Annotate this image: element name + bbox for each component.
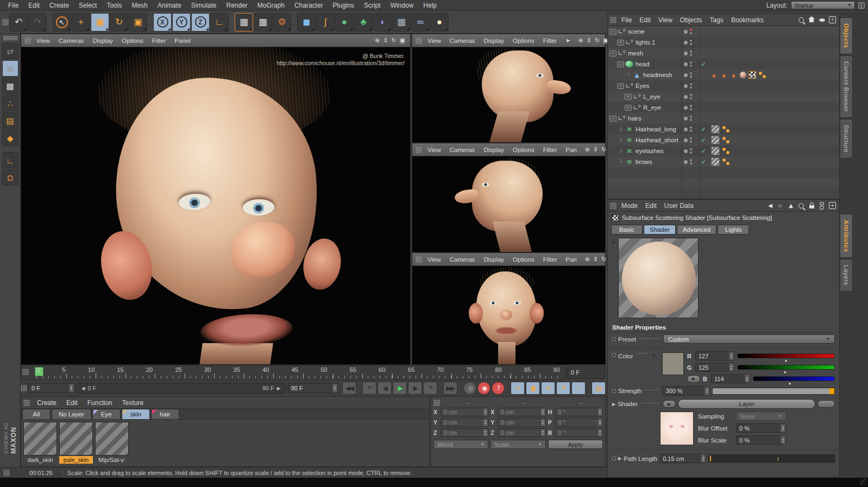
spinner[interactable] <box>540 408 545 416</box>
add-panel-icon[interactable] <box>829 16 836 24</box>
viewport-menu-item[interactable]: Pan <box>561 146 581 154</box>
material-layer-tab[interactable]: All <box>22 409 51 419</box>
color-swatch[interactable] <box>662 352 684 375</box>
shader-more-button[interactable]: ... <box>817 400 835 408</box>
add-camera-button[interactable]: ∞ <box>411 13 430 31</box>
tree-row[interactable]: Hairhead_long <box>608 124 839 135</box>
play-button[interactable]: ▶ <box>393 382 407 395</box>
apply-button[interactable]: Apply <box>548 440 603 449</box>
shader-preview[interactable] <box>618 238 699 318</box>
spinner[interactable] <box>728 363 734 371</box>
object-manager-grip[interactable] <box>610 17 617 23</box>
phong-tag-icon[interactable] <box>711 72 738 78</box>
material-preview-sphere[interactable] <box>95 422 129 456</box>
eye-icon[interactable] <box>819 16 825 24</box>
tree-row[interactable]: scene <box>608 26 839 37</box>
viewport-canvas-side-1[interactable] <box>412 47 605 142</box>
search-icon[interactable] <box>798 202 804 210</box>
object-manager-menu-item[interactable]: Bookmarks <box>727 15 768 25</box>
menubar-item[interactable]: Character <box>290 1 328 10</box>
tree-row[interactable]: Hairhead_short <box>608 135 839 146</box>
position-y-field[interactable]: 0 cm <box>441 418 488 427</box>
tree-row[interactable]: lights.1 <box>608 37 839 48</box>
spinner[interactable] <box>482 408 488 416</box>
end-frame-field[interactable]: 90 F <box>288 383 338 393</box>
layer-dot-icon[interactable] <box>684 62 688 66</box>
key-pla-button[interactable]: ∷ <box>571 382 586 395</box>
panel-tab[interactable]: Layers <box>840 259 853 292</box>
menubar-item[interactable]: Plugins <box>328 1 359 10</box>
material-menu-item[interactable]: Edit <box>61 398 83 408</box>
g-value-field[interactable]: 125 <box>695 363 734 372</box>
layer-dot-icon[interactable] <box>684 95 688 99</box>
chevron-down-icon[interactable]: ▼ <box>651 353 656 358</box>
selection-tag-icon[interactable] <box>758 71 768 79</box>
layer-dot-icon[interactable] <box>684 149 688 153</box>
object-manager-menu-item[interactable]: Tags <box>706 15 727 25</box>
material-preview-sphere[interactable] <box>59 422 93 456</box>
hair-material-tag-icon[interactable] <box>711 136 720 144</box>
layer-dot-icon[interactable] <box>684 52 688 55</box>
tree-row[interactable]: L_eye <box>608 91 839 102</box>
viewport-grip[interactable] <box>416 147 422 153</box>
material-menu-item[interactable]: Function <box>83 398 117 408</box>
blur-offset-field[interactable]: 0 % <box>736 423 786 433</box>
viewport-menu-item[interactable]: Panel <box>170 36 194 45</box>
material-name[interactable]: dark_skin <box>23 456 57 464</box>
material-layer-tab[interactable]: Eye <box>92 409 121 419</box>
spinner[interactable] <box>482 429 488 437</box>
current-frame-display[interactable]: 0 F <box>567 366 605 379</box>
tree-expander-icon[interactable] <box>617 61 624 67</box>
next-key-button[interactable]: ↷ <box>423 382 437 395</box>
rotate-view-icon[interactable]: ↻ <box>389 37 398 44</box>
coordinate-system-dropdown[interactable]: World▼ <box>433 440 488 449</box>
menubar-item[interactable]: File <box>3 1 23 10</box>
material-layer-tab[interactable]: No Layer <box>52 409 91 419</box>
render-settings-button[interactable]: ⚙ <box>273 13 291 31</box>
layer-dot-icon[interactable] <box>684 117 688 121</box>
lock-z-button[interactable]: Z <box>191 13 210 31</box>
spinner[interactable] <box>780 424 785 432</box>
slider-marker-icon[interactable]: ▲ <box>788 381 792 385</box>
material-item[interactable]: dark_skin <box>23 422 57 464</box>
attribute-tab[interactable]: Shader <box>644 225 676 235</box>
tree-row[interactable]: mesh <box>608 48 839 59</box>
visibility-dots-icon[interactable] <box>690 148 692 154</box>
viewport-menu-item[interactable]: Display <box>479 36 508 45</box>
tree-row[interactable]: Eyes <box>608 80 839 91</box>
viewport-menu-item[interactable]: Filter <box>539 36 562 45</box>
menubar-item[interactable]: Create <box>45 1 74 10</box>
tree-row[interactable]: hairs <box>608 113 839 124</box>
material-grip[interactable] <box>23 400 30 406</box>
position-z-field[interactable]: 0 cm <box>441 428 488 437</box>
b-slider[interactable]: ▲ <box>753 376 835 381</box>
spinner[interactable] <box>540 419 545 426</box>
key-scale-button[interactable]: ▣ <box>526 382 540 395</box>
strength-slider[interactable] <box>712 388 835 395</box>
lock-icon[interactable] <box>808 202 815 210</box>
viewport-canvas-side-3[interactable] <box>412 266 605 364</box>
spinner[interactable] <box>482 419 488 426</box>
toolbar-grip[interactable] <box>2 19 9 26</box>
history-icon[interactable] <box>819 202 825 210</box>
layout-dropdown[interactable]: Startup ▼ <box>791 1 855 9</box>
layer-dot-icon[interactable] <box>684 84 688 88</box>
object-manager-menu-item[interactable]: Edit <box>636 15 655 25</box>
menubar-item[interactable]: Select <box>74 1 102 10</box>
tree-row[interactable]: R_eye <box>608 102 839 113</box>
object-name[interactable]: Eyes <box>636 83 650 89</box>
goto-start-button[interactable]: ◀◀ <box>342 382 356 395</box>
hair-material-tag-icon[interactable] <box>711 147 720 155</box>
tree-expander-icon[interactable] <box>625 105 632 111</box>
material-item[interactable]: pale_skin <box>59 422 93 464</box>
spinner[interactable] <box>704 387 709 395</box>
visibility-dots-icon[interactable] <box>690 94 692 99</box>
object-name[interactable]: brows <box>636 159 652 165</box>
pan-view-icon[interactable]: ⊕ <box>373 37 381 44</box>
redo-button[interactable]: ↷ <box>28 13 47 31</box>
zoom-view-icon[interactable]: ⇕ <box>381 37 389 44</box>
path-length-slider[interactable] <box>708 454 835 463</box>
viewport-menu-item[interactable]: Options <box>117 36 148 45</box>
menubar-item[interactable]: Window <box>386 1 419 10</box>
add-cube-button[interactable]: ◼ <box>297 13 316 31</box>
